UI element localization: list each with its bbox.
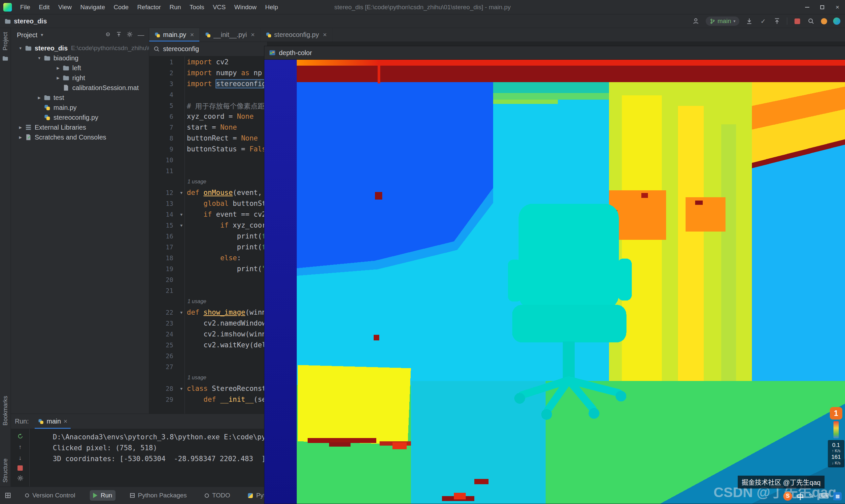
fold-arrow-icon[interactable]: ▾ (180, 386, 182, 391)
tab-close-icon[interactable]: × (323, 31, 327, 39)
minimize-button[interactable] (799, 0, 815, 15)
hide-panel-icon[interactable]: — (138, 32, 144, 38)
settings-gear-icon[interactable] (17, 475, 23, 481)
down-arrow-icon[interactable]: ↓ (17, 454, 23, 461)
pen-icon[interactable]: ✎ (808, 492, 814, 500)
gutter-row[interactable]: 16 (149, 231, 184, 241)
chevron-down-icon[interactable]: ▼ (16, 46, 25, 50)
maximize-button[interactable] (815, 0, 830, 15)
tree-item-right[interactable]: ▶right (11, 73, 149, 83)
gutter-row[interactable]: 20 (149, 274, 184, 285)
menu-item-file[interactable]: File (16, 0, 35, 15)
menu-item-help[interactable]: Help (261, 0, 282, 15)
gutter-row[interactable]: 17 (149, 241, 184, 252)
stripe-structure-button[interactable]: Structure (2, 458, 9, 483)
gutter-row[interactable]: 1 (149, 56, 184, 67)
sogou-input-icon[interactable]: S (783, 492, 792, 501)
statusbar-item-run[interactable]: Run (90, 490, 116, 501)
branch-selector[interactable]: main ▾ (706, 17, 739, 26)
tree-item-main-py[interactable]: main.py (11, 103, 149, 112)
gutter-row[interactable]: 8 (149, 132, 184, 143)
menu-item-window[interactable]: Window (230, 0, 261, 15)
depth-color-window[interactable]: depth-color (264, 46, 845, 504)
gutter-row[interactable]: 25 (149, 339, 184, 350)
tree-item-external-libraries[interactable]: ▶External Libraries (11, 122, 149, 132)
menu-item-run[interactable]: Run (165, 0, 185, 15)
gutter-row[interactable] (149, 372, 184, 383)
gutter-row[interactable]: 19 (149, 263, 184, 274)
usage-hint[interactable]: 1 usage (187, 179, 206, 185)
gutter-row[interactable]: 23 (149, 318, 184, 328)
statusbar-item-todo[interactable]: TODO (201, 490, 234, 501)
chevron-right-icon[interactable]: ▶ (16, 125, 25, 130)
menu-item-navigate[interactable]: Navigate (76, 0, 109, 15)
gutter-row[interactable]: 18 (149, 252, 184, 263)
toolbox-icon[interactable]: ▦ (833, 492, 842, 500)
tree-item-biaoding[interactable]: ▼biaoding (11, 53, 149, 63)
chevron-right-icon[interactable]: ▶ (35, 96, 43, 100)
editor-tab-stereoconfig-py[interactable]: stereoconfig.py× (261, 28, 332, 41)
gutter-row[interactable]: 14▾ (149, 209, 184, 220)
user-icon[interactable] (692, 17, 700, 25)
tab-close-icon[interactable]: × (251, 31, 255, 39)
close-button[interactable]: × (830, 0, 845, 15)
gutter-row[interactable]: 3 (149, 78, 184, 89)
project-widget[interactable]: stereo_dis (5, 17, 47, 25)
depth-window-titlebar[interactable]: depth-color (264, 46, 845, 60)
fold-arrow-icon[interactable]: ▾ (180, 212, 182, 217)
chevron-right-icon[interactable]: ▶ (16, 135, 25, 140)
stop-button[interactable] (793, 17, 801, 25)
gutter-row[interactable]: 12▾ (149, 187, 184, 198)
menu-item-tools[interactable]: Tools (185, 0, 208, 15)
usage-hint[interactable]: 1 usage (187, 299, 206, 304)
chevron-down-icon[interactable]: ▼ (35, 56, 43, 60)
gutter-row[interactable]: 13 (149, 198, 184, 209)
stripe-bookmarks-button[interactable]: Bookmarks (2, 396, 9, 426)
keyboard-icon[interactable]: ⌨ (819, 492, 829, 500)
menu-item-refactor[interactable]: Refactor (133, 0, 165, 15)
gutter-row[interactable] (149, 296, 184, 307)
editor-tab-init-pyi[interactable]: __init__.pyi× (200, 28, 261, 41)
menu-item-code[interactable]: Code (109, 0, 133, 15)
settings-gear-icon[interactable] (127, 31, 133, 39)
gutter-row[interactable]: 22▾ (149, 307, 184, 318)
tab-close-icon[interactable]: × (190, 31, 194, 39)
tree-item-left[interactable]: ▶left (11, 63, 149, 73)
run-tab-main[interactable]: main × (35, 414, 71, 429)
up-arrow-icon[interactable]: ↑ (17, 444, 23, 450)
tree-item-stereoconfig-py[interactable]: stereoconfig.py (11, 112, 149, 122)
gutter-row[interactable]: 2 (149, 67, 184, 78)
gutter-row[interactable]: 15▾ (149, 220, 184, 231)
fold-arrow-icon[interactable]: ▾ (180, 310, 182, 315)
profile-avatar[interactable] (833, 17, 840, 25)
locate-file-icon[interactable] (105, 31, 111, 39)
gutter-row[interactable]: 28▾ (149, 383, 184, 394)
gutter-row[interactable] (149, 176, 184, 187)
rerun-icon[interactable] (17, 433, 23, 439)
notification-badge[interactable]: 1 (830, 407, 842, 419)
notifications-icon[interactable] (821, 18, 827, 24)
statusbar-item-version-control[interactable]: Version Control (22, 490, 78, 501)
stop-icon[interactable] (17, 465, 23, 471)
search-everywhere-icon[interactable] (807, 17, 815, 25)
tree-item-calibrationsession-mat[interactable]: calibrationSession.mat (11, 83, 149, 93)
gutter-row[interactable]: 21 (149, 285, 184, 296)
tree-item-scratches-and-consoles[interactable]: ▶Scratches and Consoles (11, 132, 149, 142)
menu-item-edit[interactable]: Edit (35, 0, 54, 15)
statusbar-item-python-packages[interactable]: Python Packages (127, 490, 190, 501)
gutter-row[interactable]: 7 (149, 122, 184, 132)
depth-window-content[interactable]: CSDN @丁先生qaq 掘金技术社区 @丁先生qaq 1 0.1 ↑ K/s … (264, 60, 845, 504)
gutter-row[interactable]: 11 (149, 165, 184, 176)
gutter-row[interactable]: 5 (149, 100, 184, 111)
folder-icon[interactable] (2, 56, 8, 61)
update-project-icon[interactable] (745, 17, 753, 25)
tree-item-stereo-dis[interactable]: ▼stereo_disE:\code\python\csdn_zhihu\0 (11, 43, 149, 53)
gutter-row[interactable]: 27 (149, 361, 184, 372)
fold-arrow-icon[interactable]: ▾ (180, 223, 182, 228)
gutter-row[interactable]: 4 (149, 89, 184, 100)
gutter-row[interactable]: 9 (149, 143, 184, 155)
tree-item-test[interactable]: ▶test (11, 93, 149, 103)
menu-item-vcs[interactable]: VCS (209, 0, 230, 15)
commit-icon[interactable]: ✓ (759, 17, 767, 25)
project-panel-title[interactable]: Project (17, 31, 37, 39)
